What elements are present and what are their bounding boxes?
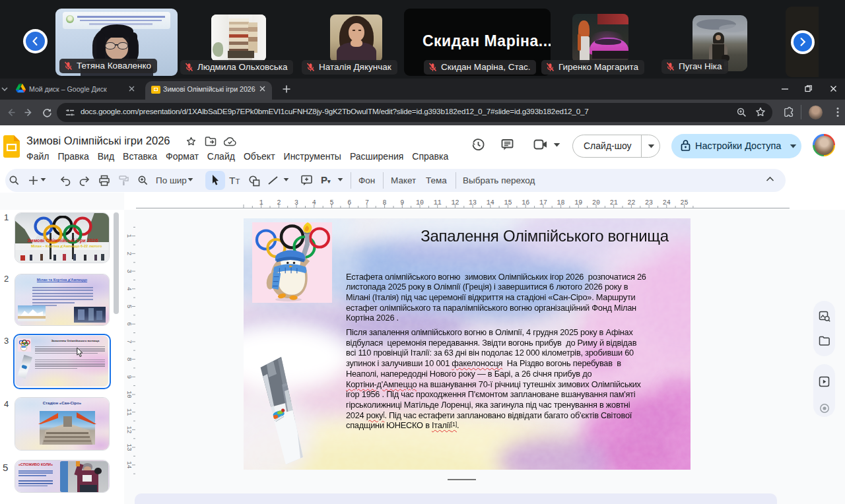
svg-text:7: 7 xyxy=(125,340,133,344)
svg-text:4: 4 xyxy=(125,287,133,291)
svg-text:9: 9 xyxy=(125,375,133,379)
svg-text:13: 13 xyxy=(125,443,133,451)
svg-text:7: 7 xyxy=(365,199,369,206)
svg-text:6: 6 xyxy=(347,199,351,206)
svg-text:9: 9 xyxy=(400,199,404,206)
svg-text:8: 8 xyxy=(125,358,133,362)
svg-text:12: 12 xyxy=(451,199,459,206)
svg-text:21: 21 xyxy=(610,199,618,206)
svg-text:24: 24 xyxy=(663,199,671,206)
svg-text:14: 14 xyxy=(487,199,494,206)
svg-text:1: 1 xyxy=(125,234,133,238)
svg-text:10: 10 xyxy=(416,199,424,206)
svg-text:4: 4 xyxy=(312,199,316,206)
svg-text:25: 25 xyxy=(680,199,688,206)
svg-text:1: 1 xyxy=(259,199,263,206)
svg-text:14: 14 xyxy=(125,461,133,469)
svg-text:6: 6 xyxy=(125,322,133,326)
svg-text:2: 2 xyxy=(277,199,281,206)
svg-text:15: 15 xyxy=(504,199,512,206)
svg-text:20: 20 xyxy=(592,199,600,206)
svg-text:16: 16 xyxy=(522,199,529,206)
svg-text:13: 13 xyxy=(469,199,477,206)
svg-text:19: 19 xyxy=(574,199,582,206)
svg-text:17: 17 xyxy=(539,199,547,206)
svg-text:12: 12 xyxy=(125,426,133,434)
svg-text:10: 10 xyxy=(125,391,133,398)
svg-text:11: 11 xyxy=(125,408,133,416)
svg-text:11: 11 xyxy=(434,199,442,206)
svg-text:3: 3 xyxy=(125,269,133,273)
svg-text:8: 8 xyxy=(383,199,387,206)
svg-text:2: 2 xyxy=(125,252,133,256)
svg-text:3: 3 xyxy=(294,199,298,206)
svg-text:18: 18 xyxy=(557,199,565,206)
svg-text:22: 22 xyxy=(627,199,635,206)
svg-text:5: 5 xyxy=(125,305,133,309)
svg-text:5: 5 xyxy=(329,199,333,206)
svg-text:23: 23 xyxy=(645,199,653,206)
